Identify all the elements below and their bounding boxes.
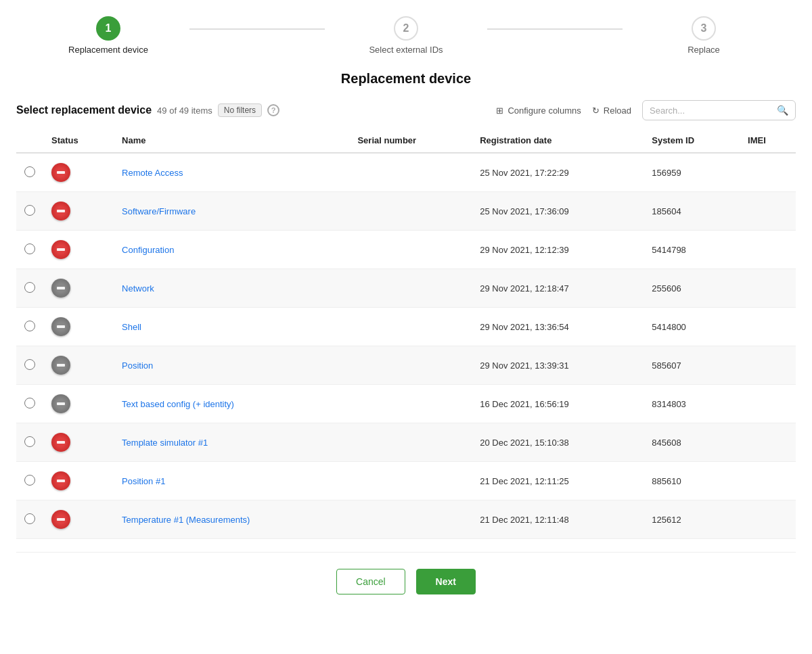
next-button[interactable]: Next [416, 569, 476, 594]
status-icon-0 [51, 163, 70, 182]
row-name-cell: Remote Access [114, 153, 349, 192]
row-sysid-cell: 845608 [644, 423, 740, 462]
status-icon-6 [51, 394, 70, 413]
row-imei-cell [740, 462, 796, 500]
svg-rect-3 [57, 287, 65, 289]
device-link-9[interactable]: Temperature #1 (Measurements) [122, 515, 250, 525]
table-container: Status Name Serial number Registration d… [0, 129, 812, 553]
col-regdate: Registration date [472, 129, 644, 153]
table-row: Template simulator #1 20 Dec 2021, 15:10… [16, 423, 796, 462]
row-name-cell: Temperature #1 (Measurements) [114, 500, 349, 539]
status-icon-1 [51, 202, 70, 220]
cancel-button[interactable]: Cancel [336, 569, 405, 594]
filter-badge[interactable]: No filters [218, 103, 262, 117]
row-serial-cell [349, 423, 472, 462]
reload-button[interactable]: ↻ Reload [592, 106, 631, 116]
row-sysid-cell: 185604 [644, 192, 740, 231]
row-radio-cell [16, 462, 43, 500]
row-serial-cell [349, 231, 472, 269]
row-status-cell [43, 192, 114, 231]
devices-table: Status Name Serial number Registration d… [16, 129, 796, 539]
device-radio-3[interactable] [24, 282, 35, 293]
device-radio-9[interactable] [24, 513, 35, 524]
select-title: Select replacement device [16, 104, 152, 116]
toolbar-left: Select replacement device 49 of 49 items… [16, 103, 488, 117]
device-radio-2[interactable] [24, 243, 35, 254]
search-icon: 🔍 [777, 105, 788, 116]
row-name-cell: Template simulator #1 [114, 423, 349, 462]
row-regdate-cell: 20 Dec 2021, 15:10:38 [472, 423, 644, 462]
device-link-7[interactable]: Template simulator #1 [122, 438, 208, 448]
table-row: Position 29 Nov 2021, 13:39:31 585607 [16, 346, 796, 385]
toolbar: Select replacement device 49 of 49 items… [0, 100, 812, 129]
step-1-circle: 1 [96, 16, 120, 41]
row-radio-cell [16, 153, 43, 192]
search-input[interactable] [650, 106, 771, 116]
row-status-cell [43, 385, 114, 423]
status-icon-9 [51, 510, 70, 529]
device-radio-1[interactable] [24, 205, 35, 216]
table-row: Software/Firmware 25 Nov 2021, 17:36:09 … [16, 192, 796, 231]
row-regdate-cell: 25 Nov 2021, 17:36:09 [472, 192, 644, 231]
status-icon-8 [51, 471, 70, 490]
device-link-1[interactable]: Software/Firmware [122, 206, 196, 216]
row-status-cell [43, 500, 114, 539]
row-status-cell [43, 423, 114, 462]
step-2: 2 Select external IDs [325, 16, 487, 55]
device-radio-4[interactable] [24, 321, 35, 331]
device-link-8[interactable]: Position #1 [122, 476, 165, 486]
row-imei-cell [740, 346, 796, 385]
configure-columns-button[interactable]: ⊞ Configure columns [496, 106, 581, 116]
row-name-cell: Configuration [114, 231, 349, 269]
row-regdate-cell: 16 Dec 2021, 16:56:19 [472, 385, 644, 423]
svg-rect-1 [57, 210, 65, 212]
svg-rect-6 [57, 402, 65, 405]
svg-rect-2 [57, 248, 65, 251]
device-radio-6[interactable] [24, 398, 35, 408]
step-1-label: Replacement device [68, 45, 148, 55]
step-connector-1 [189, 28, 325, 30]
svg-rect-0 [57, 171, 65, 174]
stepper: 1 Replacement device 2 Select external I… [0, 0, 812, 66]
table-row: Position #1 21 Dec 2021, 12:11:25 885610 [16, 462, 796, 500]
step-2-circle: 2 [394, 16, 418, 41]
table-header-row: Status Name Serial number Registration d… [16, 129, 796, 153]
device-radio-5[interactable] [24, 359, 35, 370]
row-status-cell [43, 346, 114, 385]
svg-rect-8 [57, 480, 65, 482]
device-link-3[interactable]: Network [122, 283, 154, 294]
row-imei-cell [740, 231, 796, 269]
row-imei-cell [740, 153, 796, 192]
row-regdate-cell: 25 Nov 2021, 17:22:29 [472, 153, 644, 192]
device-link-5[interactable]: Position [122, 360, 153, 371]
step-1: 1 Replacement device [27, 16, 189, 55]
row-imei-cell [740, 385, 796, 423]
step-3-circle: 3 [692, 16, 716, 41]
col-radio [16, 129, 43, 153]
toolbar-right: ⊞ Configure columns ↻ Reload 🔍 [496, 100, 796, 120]
table-row: Remote Access 25 Nov 2021, 17:22:29 1569… [16, 153, 796, 192]
row-name-cell: Text based config (+ identity) [114, 385, 349, 423]
device-radio-0[interactable] [24, 166, 35, 177]
reload-icon: ↻ [592, 106, 600, 116]
device-link-4[interactable]: Shell [122, 322, 141, 332]
device-link-2[interactable]: Configuration [122, 245, 174, 255]
status-icon-4 [51, 317, 70, 336]
row-radio-cell [16, 231, 43, 269]
status-icon-5 [51, 356, 70, 375]
row-name-cell: Position [114, 346, 349, 385]
device-radio-8[interactable] [24, 475, 35, 486]
table-row: Shell 29 Nov 2021, 13:36:54 5414800 [16, 308, 796, 346]
device-link-0[interactable]: Remote Access [122, 168, 183, 178]
step-connector-2 [487, 28, 623, 30]
row-serial-cell [349, 192, 472, 231]
row-radio-cell [16, 423, 43, 462]
device-radio-7[interactable] [24, 436, 35, 447]
col-serial: Serial number [349, 129, 472, 153]
device-link-6[interactable]: Text based config (+ identity) [122, 399, 234, 409]
svg-rect-7 [57, 441, 65, 444]
col-name: Name [114, 129, 349, 153]
col-sysid: System ID [644, 129, 740, 153]
help-icon[interactable]: ? [267, 104, 279, 116]
table-row: Text based config (+ identity) 16 Dec 20… [16, 385, 796, 423]
